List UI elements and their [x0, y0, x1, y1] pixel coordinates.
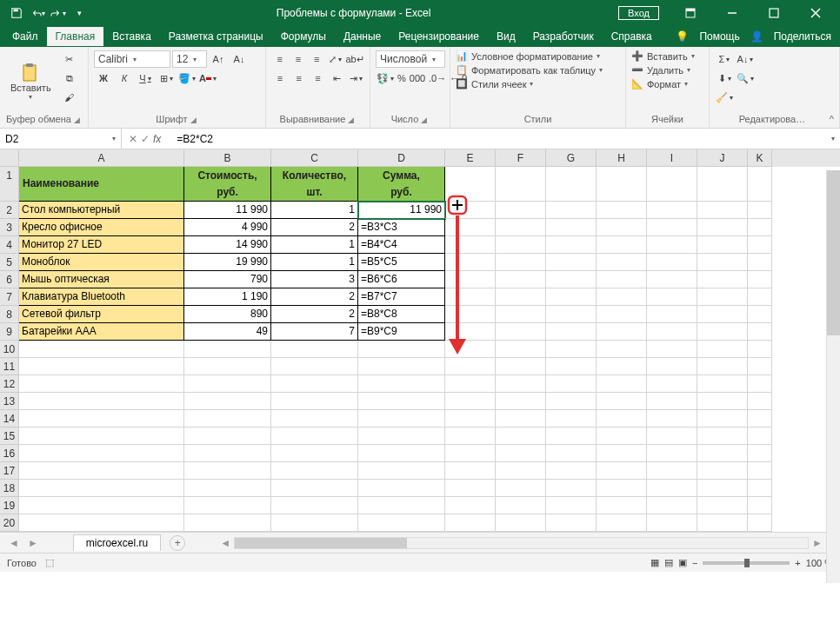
column-header[interactable]: E: [445, 149, 496, 167]
cell[interactable]: [445, 462, 496, 480]
cell[interactable]: [647, 393, 697, 410]
cell[interactable]: [697, 236, 748, 254]
conditional-format-button[interactable]: 📊 Условное форматирование ▾: [456, 50, 603, 62]
row-header[interactable]: 10: [0, 341, 19, 358]
cell[interactable]: [597, 427, 647, 445]
cell[interactable]: [597, 514, 647, 532]
cell[interactable]: [597, 393, 647, 410]
cell[interactable]: [19, 427, 184, 445]
share-link[interactable]: Поделиться: [774, 30, 831, 43]
sort-filter-icon[interactable]: A↓: [736, 50, 755, 68]
cell[interactable]: [546, 306, 597, 323]
cell[interactable]: [697, 497, 748, 514]
formula-input[interactable]: =B2*C2: [173, 133, 831, 145]
cell[interactable]: [496, 480, 546, 497]
cell[interactable]: [597, 358, 647, 375]
find-icon[interactable]: 🔍: [736, 70, 755, 87]
autosum-icon[interactable]: Σ: [715, 50, 734, 68]
cell[interactable]: [748, 254, 772, 271]
cell[interactable]: [748, 393, 772, 410]
cell[interactable]: [597, 288, 647, 306]
cell[interactable]: [647, 288, 697, 306]
cell[interactable]: 4 990: [184, 219, 271, 236]
cell[interactable]: [597, 167, 647, 202]
font-size-combo[interactable]: 12▾: [172, 50, 207, 68]
cell[interactable]: [597, 497, 647, 514]
column-header[interactable]: I: [647, 149, 697, 167]
cell[interactable]: [697, 219, 748, 236]
cell[interactable]: [445, 236, 496, 254]
cell[interactable]: [546, 410, 597, 427]
cell[interactable]: [546, 271, 597, 288]
cell[interactable]: [647, 323, 697, 341]
column-header[interactable]: C: [271, 149, 358, 167]
increase-decimal-icon[interactable]: .0→: [428, 70, 447, 87]
select-all-corner[interactable]: [0, 149, 19, 167]
row-header[interactable]: 9: [0, 323, 19, 341]
tab-разметка страницы[interactable]: Разметка страницы: [160, 27, 272, 46]
cell[interactable]: [184, 445, 271, 462]
row-header[interactable]: 7: [0, 288, 19, 306]
row-header[interactable]: 19: [0, 497, 19, 514]
cell[interactable]: [748, 358, 772, 375]
cell[interactable]: [184, 358, 271, 375]
cell[interactable]: [358, 375, 445, 393]
cell[interactable]: 49: [184, 323, 271, 341]
cell[interactable]: Стол компьютерный: [19, 202, 184, 219]
format-table-button[interactable]: 📋 Форматировать как таблицу ▾: [456, 64, 603, 76]
cell[interactable]: [546, 514, 597, 532]
cut-icon[interactable]: ✂: [60, 50, 79, 68]
cell[interactable]: [496, 323, 546, 341]
clear-icon[interactable]: 🧹: [715, 89, 734, 106]
cell[interactable]: [496, 358, 546, 375]
column-header[interactable]: G: [546, 149, 597, 167]
cell[interactable]: [496, 288, 546, 306]
row-header[interactable]: 12: [0, 375, 19, 393]
cell[interactable]: [271, 358, 358, 375]
cell[interactable]: [647, 445, 697, 462]
login-button[interactable]: Вход: [618, 6, 659, 20]
cell[interactable]: [597, 480, 647, 497]
cell[interactable]: =B7*C7: [358, 288, 445, 306]
cell[interactable]: [597, 462, 647, 480]
cell[interactable]: [184, 341, 271, 358]
row-header[interactable]: 13: [0, 393, 19, 410]
zoom-slider[interactable]: [703, 561, 790, 565]
maximize-icon[interactable]: [757, 3, 791, 23]
cell[interactable]: [546, 358, 597, 375]
cell[interactable]: [496, 410, 546, 427]
cell[interactable]: [546, 219, 597, 236]
cell[interactable]: [597, 410, 647, 427]
cell[interactable]: 2: [271, 219, 358, 236]
view-normal-icon[interactable]: ▦: [650, 557, 659, 568]
cell[interactable]: [445, 219, 496, 236]
tab-разработчик[interactable]: Разработчик: [524, 27, 603, 46]
tab-вставка[interactable]: Вставка: [103, 27, 160, 46]
cell[interactable]: [697, 358, 748, 375]
align-bottom-icon[interactable]: ≡: [309, 50, 325, 68]
fill-color-icon[interactable]: 🪣: [177, 70, 197, 87]
cell[interactable]: [19, 410, 184, 427]
cell[interactable]: [748, 410, 772, 427]
border-icon[interactable]: ⊞: [157, 70, 176, 87]
row-header[interactable]: 20: [0, 514, 19, 532]
decrease-font-icon[interactable]: A↓: [230, 50, 249, 68]
cell[interactable]: 11 990: [184, 202, 271, 219]
column-header[interactable]: D: [358, 149, 445, 167]
cell[interactable]: [697, 375, 748, 393]
cell[interactable]: [546, 480, 597, 497]
cell[interactable]: [358, 497, 445, 514]
cell[interactable]: 7: [271, 323, 358, 341]
thousands-icon[interactable]: 000: [409, 70, 426, 87]
cell[interactable]: [597, 323, 647, 341]
italic-button[interactable]: К: [115, 70, 134, 87]
cell[interactable]: [697, 514, 748, 532]
cell[interactable]: [496, 497, 546, 514]
cell[interactable]: [271, 375, 358, 393]
cell[interactable]: Батарейки AAA: [19, 323, 184, 341]
cell[interactable]: [496, 167, 546, 202]
ribbon-options-icon[interactable]: [673, 3, 708, 23]
expand-formula-bar-icon[interactable]: ▾: [831, 135, 840, 142]
cell[interactable]: [697, 306, 748, 323]
cell[interactable]: [647, 271, 697, 288]
